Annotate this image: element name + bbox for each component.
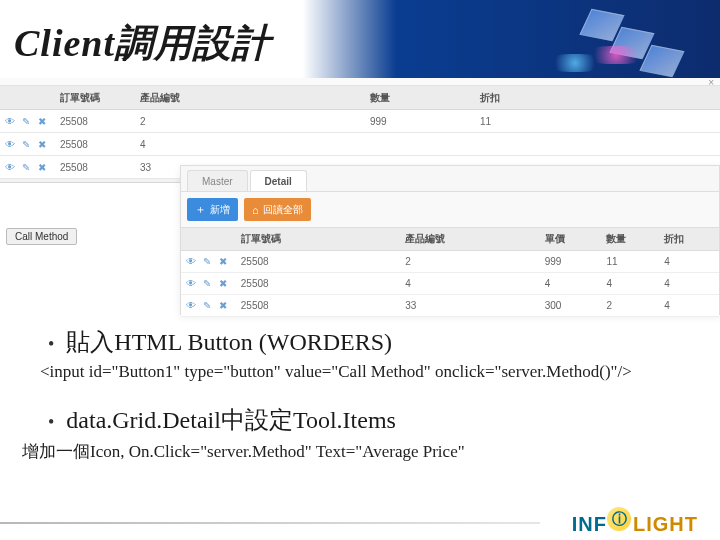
- bullet-1-text: 貼入HTML Button (WORDERS): [66, 326, 392, 358]
- tab-detail[interactable]: Detail: [250, 170, 307, 191]
- cell-discount: 4: [664, 256, 719, 267]
- col-order: 訂單號碼: [60, 91, 140, 105]
- slide-footer: INF LIGHT: [0, 506, 720, 536]
- cell-product: 2: [140, 116, 370, 127]
- tab-master[interactable]: Master: [187, 170, 248, 191]
- close-icon[interactable]: ×: [708, 77, 714, 88]
- plus-icon: ＋: [195, 202, 206, 217]
- table-row[interactable]: 👁 ✎ ✖ 25508 33 300 2 4: [181, 295, 719, 317]
- cell-qty: 999: [370, 116, 480, 127]
- pencil-icon[interactable]: ✎: [20, 115, 32, 127]
- bullet-1: • 貼入HTML Button (WORDERS): [20, 326, 700, 358]
- slide-header: Client調用設計: [0, 0, 720, 78]
- eye-icon[interactable]: 👁: [4, 138, 16, 150]
- col-product: 產品編號: [140, 91, 370, 105]
- page-title: Client調用設計: [14, 18, 271, 69]
- delete-icon[interactable]: ✖: [217, 278, 229, 290]
- bullet-2-desc: 增加一個Icon, On.Click="server.Method" Text=…: [22, 440, 700, 463]
- pencil-icon[interactable]: ✎: [20, 161, 32, 173]
- cell-product: 4: [405, 278, 544, 289]
- master-grid-header-row: 訂單號碼 產品編號 數量 折扣: [0, 86, 720, 110]
- col-order: 訂單號碼: [241, 232, 405, 246]
- col-product: 產品編號: [405, 232, 544, 246]
- col-discount: 折扣: [664, 232, 719, 246]
- eye-icon[interactable]: 👁: [185, 278, 197, 290]
- refresh-before-label: 回讀全部: [263, 203, 303, 217]
- detail-toolbar: ＋ 新増 ⌂ 回讀全部: [181, 192, 719, 227]
- col-price: 單價: [545, 232, 607, 246]
- slide-body: • 貼入HTML Button (WORDERS) <input id="But…: [20, 326, 700, 463]
- logo-text-1: INF: [572, 513, 607, 536]
- logo-text-2: LIGHT: [633, 513, 698, 536]
- infolight-logo: INF LIGHT: [572, 507, 698, 536]
- eye-icon[interactable]: 👁: [4, 115, 16, 127]
- footer-divider: [0, 522, 540, 524]
- bullet-2-text: data.Grid.Detail中設定Tool.Items: [66, 404, 396, 436]
- cell-order: 25508: [60, 162, 140, 173]
- call-method-button[interactable]: Call Method: [6, 228, 77, 245]
- delete-icon[interactable]: ✖: [217, 256, 229, 268]
- cell-product: 33: [405, 300, 544, 311]
- table-row[interactable]: 👁 ✎ ✖ 25508 4: [0, 133, 720, 156]
- cell-order: 25508: [241, 300, 405, 311]
- col-discount: 折扣: [480, 91, 590, 105]
- header-decoration: [570, 10, 690, 70]
- bullet-2: • data.Grid.Detail中設定Tool.Items: [20, 404, 700, 436]
- col-qty: 數量: [370, 91, 480, 105]
- code-snippet: <input id="Button1" type="button" value=…: [40, 362, 700, 382]
- eye-icon[interactable]: 👁: [185, 300, 197, 312]
- add-button[interactable]: ＋ 新増: [187, 198, 238, 221]
- delete-icon[interactable]: ✖: [36, 138, 48, 150]
- pencil-icon[interactable]: ✎: [20, 138, 32, 150]
- eye-icon[interactable]: 👁: [185, 256, 197, 268]
- pencil-icon[interactable]: ✎: [201, 300, 213, 312]
- cell-qty: 2: [606, 300, 664, 311]
- eye-icon[interactable]: 👁: [4, 161, 16, 173]
- pencil-icon[interactable]: ✎: [201, 256, 213, 268]
- detail-grid-screenshot: Master Detail ＋ 新増 ⌂ 回讀全部 訂單號碼 產品編號 單價 數…: [180, 165, 720, 315]
- delete-icon[interactable]: ✖: [36, 161, 48, 173]
- cell-product: 4: [140, 139, 370, 150]
- add-button-label: 新増: [210, 203, 230, 217]
- cell-price: 300: [545, 300, 607, 311]
- house-icon: ⌂: [252, 204, 259, 216]
- cell-qty: 4: [606, 278, 664, 289]
- cell-order: 25508: [241, 256, 405, 267]
- cell-price: 999: [545, 256, 607, 267]
- cell-qty: 11: [606, 256, 664, 267]
- cell-discount: 4: [664, 278, 719, 289]
- cell-discount: 4: [664, 300, 719, 311]
- table-row[interactable]: 👁 ✎ ✖ 25508 2 999 11 4: [181, 251, 719, 273]
- cell-discount: 11: [480, 116, 590, 127]
- refresh-before-button[interactable]: ⌂ 回讀全部: [244, 198, 311, 221]
- table-row[interactable]: 👁 ✎ ✖ 25508 2 999 11: [0, 110, 720, 133]
- delete-icon[interactable]: ✖: [217, 300, 229, 312]
- logo-mark-icon: [607, 507, 631, 531]
- col-qty: 數量: [606, 232, 664, 246]
- cell-order: 25508: [241, 278, 405, 289]
- cell-order: 25508: [60, 116, 140, 127]
- cell-order: 25508: [60, 139, 140, 150]
- table-row[interactable]: 👁 ✎ ✖ 25508 4 4 4 4: [181, 273, 719, 295]
- delete-icon[interactable]: ✖: [36, 115, 48, 127]
- pencil-icon[interactable]: ✎: [201, 278, 213, 290]
- cell-product: 2: [405, 256, 544, 267]
- cell-price: 4: [545, 278, 607, 289]
- detail-tabs: Master Detail: [181, 166, 719, 192]
- detail-grid-header-row: 訂單號碼 產品編號 單價 數量 折扣: [181, 227, 719, 251]
